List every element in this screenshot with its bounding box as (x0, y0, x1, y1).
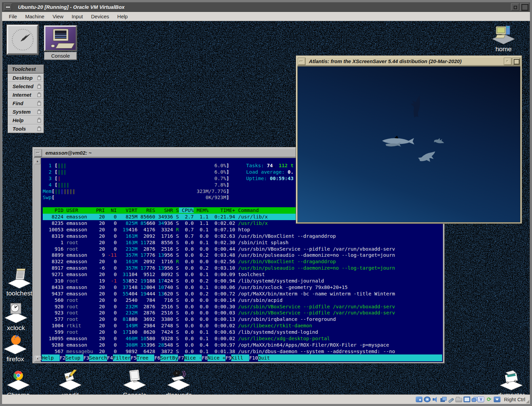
fkey-f6[interactable]: F6 (154, 354, 160, 361)
fkey-label-filter[interactable]: Filter (113, 354, 131, 361)
folder-status-icon[interactable] (455, 398, 462, 402)
toolchest-title[interactable]: Toolchest (8, 65, 44, 74)
atlantis-titlebar[interactable]: Atlantis: from the XScreenSaver 5.44 dis… (297, 57, 520, 66)
fkey-label-help[interactable]: Help (42, 354, 59, 361)
console-minimized-label: Console (44, 52, 77, 60)
menubar-item-view[interactable]: View (48, 13, 67, 20)
menubar-item-help[interactable]: Help (113, 13, 132, 20)
process-row[interactable]: 10095 emasson 20 0 460M 10580 9328 S 0.0… (43, 335, 443, 342)
toolchest-item-help[interactable]: Help (8, 116, 44, 124)
atlantis-title: Atlantis: from the XScreenSaver 5.44 dis… (306, 58, 504, 64)
toolchest-item-find[interactable]: Find (8, 99, 44, 108)
drawer-icon (37, 109, 41, 114)
process-row[interactable]: 9288 emasson 20 0 308M 35396 28548 S 0.0… (43, 342, 443, 348)
process-row[interactable]: 916 root 20 0 232M 2876 2516 S 0.0 0.0 0… (43, 246, 443, 252)
maximize-button[interactable] (520, 3, 529, 11)
sync-status-icon[interactable] (486, 397, 492, 402)
process-row[interactable]: 8319 emasson 20 0 161M 2092 1716 S 0.7 0… (43, 233, 443, 239)
network-status-icon[interactable] (440, 397, 447, 402)
toolchest-item-tools[interactable]: Tools (8, 124, 44, 133)
process-row[interactable]: 9271 emasson 20 0 31104 9512 8092 S 0.0 … (43, 271, 443, 278)
fkey-label-kill[interactable]: Kill (231, 354, 249, 361)
fkey-label-sortby[interactable]: SortBy (160, 354, 178, 361)
iconify-button[interactable] (511, 3, 519, 11)
fkey-label-nice[interactable]: Nice - (184, 354, 202, 361)
process-row[interactable]: 8433 emasson 20 0 37148 12004 10740 S 0.… (43, 284, 443, 291)
desktop-icon-xclock[interactable]: xclock (2, 303, 31, 332)
toolchest-item-system[interactable]: System (8, 108, 44, 116)
fkey-f3[interactable]: F3 (83, 354, 89, 361)
menubar-item-machine[interactable]: Machine (21, 13, 48, 20)
process-row[interactable]: 310 root 19 -1 53852 19188 17424 S 0.0 0… (43, 278, 443, 284)
process-row[interactable]: 9437 emasson 20 0 55404 19444 13620 S 0.… (43, 291, 443, 297)
desktop-icon-dumpster[interactable]: dumpster (493, 370, 529, 394)
scrollbar[interactable]: ▲ ▼ (34, 158, 41, 362)
desktop-icon-console[interactable]: Console (119, 370, 150, 394)
process-row[interactable]: 920 root 20 0 232M 2876 2516 S 0.0 0.0 0… (43, 304, 443, 310)
windows-status-icon[interactable] (472, 398, 476, 402)
toolchest-item-internet[interactable]: Internet (8, 91, 44, 99)
console-minimized-window[interactable]: Console (44, 25, 77, 60)
desktop-icon-toolchest[interactable]: toolchest (2, 268, 36, 297)
desktop-icon-home[interactable]: home (487, 24, 520, 53)
icon-label: xclock (2, 324, 31, 332)
mouse-icon (51, 44, 55, 47)
usb-status-icon[interactable] (448, 398, 454, 403)
desktop-icon-xnedit[interactable]: n xnedit (55, 370, 85, 394)
process-row[interactable]: 8322 emasson 20 0 161M 2092 1716 R 0.0 0… (43, 258, 443, 265)
scroll-up-icon[interactable]: ▲ (35, 158, 40, 164)
fkey-f10[interactable]: F10 (249, 354, 258, 361)
dropdown-status-icon[interactable] (494, 397, 500, 402)
fkey-f9[interactable]: F9 (225, 354, 231, 361)
fkey-label-quit[interactable]: Quit (258, 354, 276, 361)
process-row[interactable]: 599 root 20 0 17100 8620 7424 S 0.0 0.1 … (43, 329, 443, 335)
icon-label: firefox (2, 355, 31, 363)
menubar-item-devices[interactable]: Devices (87, 13, 113, 20)
menubar-item-input[interactable]: Input (67, 13, 87, 20)
fkey-f1[interactable]: F1 (36, 354, 42, 361)
toolchest-item-desktop[interactable]: Desktop (8, 74, 44, 82)
optical-status-icon[interactable] (424, 397, 431, 402)
window-menu-button[interactable] (35, 150, 42, 156)
icon-label: dtsounds (162, 391, 196, 394)
window-menu-button[interactable] (298, 58, 305, 65)
toolchest-item-selected[interactable]: Selected (8, 82, 44, 91)
desktop-icon-dtsounds[interactable]: dtsounds (162, 370, 196, 394)
process-row[interactable]: 8917 emasson -6 0 357M 17776 13956 S 0.0… (43, 265, 443, 271)
process-row[interactable]: 560 root 20 0 2540 784 716 S 0.0 0.0 0:0… (43, 297, 443, 304)
vbox-logo-status-icon[interactable] (477, 397, 484, 402)
desktop-icon-firefox[interactable]: firefox (2, 334, 31, 363)
resize-grip[interactable] (526, 400, 529, 403)
menubar-item-file[interactable]: File (5, 13, 21, 20)
process-row[interactable]: 1004 rtkit 20 0 149M 2984 2748 S 0.0 0.0… (43, 323, 443, 329)
vbox-titlebar[interactable]: Ubuntu-20 [Running] - Oracle VM VirtualB… (2, 2, 530, 12)
process-row[interactable]: 8899 emasson 9 -11 357M 17776 13956 S 0.… (43, 252, 443, 258)
status-icons (415, 397, 501, 402)
hdd-status-icon[interactable] (416, 397, 422, 402)
process-row[interactable]: 567 messagebu 20 0 9892 6428 3872 S 0.0 … (43, 348, 443, 355)
fkey-f2[interactable]: F2 (60, 354, 65, 361)
toolchest-menu[interactable]: Toolchest Desktop Selected Internet Find… (7, 64, 44, 133)
fkey-f8[interactable]: F8 (202, 354, 208, 361)
maximize-button[interactable] (513, 58, 520, 65)
process-row[interactable]: 577 root 20 0 81880 3692 3380 S 0.0 0.0 … (43, 316, 443, 323)
window-menu-button[interactable] (4, 3, 12, 11)
iconify-button[interactable] (504, 58, 511, 65)
audio-status-icon[interactable] (432, 397, 439, 402)
fkey-f7[interactable]: F7 (178, 354, 184, 361)
atlantis-scene (297, 66, 520, 223)
fkey-label-nice[interactable]: Nice + (208, 354, 225, 361)
process-row[interactable]: 10053 emasson 20 0 19416 4176 3324 R 0.7… (43, 227, 443, 233)
fkey-label-search[interactable]: Search (89, 354, 107, 361)
process-row[interactable]: 923 root 20 0 232M 2876 2516 S 0.0 0.0 0… (43, 310, 443, 316)
fkey-f4[interactable]: F4 (107, 354, 113, 361)
xclock-widget[interactable] (7, 25, 38, 55)
display-status-icon[interactable] (464, 397, 470, 402)
fkey-label-tree[interactable]: Tree (137, 354, 154, 361)
fkey-label-setup[interactable]: Setup (65, 354, 83, 361)
vm-desktop: Console home Toolchest Desktop Selected (2, 21, 530, 394)
process-row[interactable]: 1 root 20 0 163M 11728 8556 S 0.0 0.1 0:… (43, 239, 443, 246)
fkey-f5[interactable]: F5 (131, 354, 136, 361)
desktop-icon-chrome[interactable]: Chrome (3, 370, 34, 394)
atlantis-window[interactable]: Atlantis: from the XScreenSaver 5.44 dis… (296, 55, 522, 224)
